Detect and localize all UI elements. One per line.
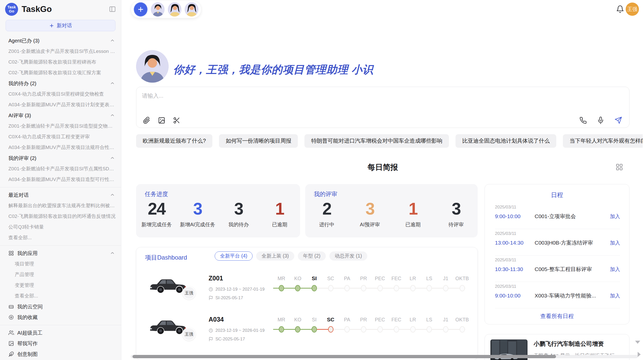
sidebar-collapse-icon[interactable] <box>109 6 116 13</box>
schedule-title: 日程 <box>485 191 629 199</box>
suggestion-chip[interactable]: 当下年轻人对汽车外观有怎样的喜好趋势 <box>563 134 643 148</box>
add-agent-button[interactable] <box>134 2 148 17</box>
daily-briefing-title: 每日简报 <box>136 162 630 173</box>
sidebar-item-creative-draw[interactable]: 创意制图 <box>0 349 121 359</box>
tab-new-body[interactable]: 全新上装 (3) <box>256 251 294 261</box>
list-item[interactable]: Z001-全新燃油轻卡产品开发项目SI造型提交物评审 <box>0 121 121 131</box>
project-milestone-date: SC-2025-05-17 <box>209 337 245 342</box>
microphone-icon[interactable] <box>597 117 604 124</box>
section-my-review[interactable]: 我的评审 (2) <box>0 153 121 163</box>
event-date: 2025/03/11 <box>495 284 516 289</box>
event-time: 9:00-10:00 <box>495 293 535 299</box>
project-row[interactable]: 王强 Z001 2023-12-19 ~ 2027-01-19 SI-2025-… <box>136 274 478 315</box>
dashboard-title: 项目Dashboard <box>145 253 187 262</box>
tab-model-year[interactable]: 年型 (2) <box>298 251 326 261</box>
scroll-down-arrow[interactable] <box>635 341 640 344</box>
tab-new-platform[interactable]: 全新平台 (4) <box>215 251 253 261</box>
list-item[interactable]: C0X4-动力总成开发项目SI里程碑提交物检查 <box>0 89 121 99</box>
plus-icon <box>137 6 144 13</box>
join-link[interactable]: 加入 <box>610 292 620 299</box>
schedule-event: 2025/03/11 9:00-10:00 X003-车辆动力学性能验... 加… <box>495 282 620 308</box>
section-ai-review[interactable]: AI评审 (3) <box>0 110 121 121</box>
sidebar-header: Task Go TaskGo <box>0 0 121 18</box>
list-item[interactable]: A034-全新新能源MUV产品开发项目法规符合性评审 <box>0 142 121 153</box>
list-item[interactable]: A034-全新新能源MUV产品开发项目造型可行性评审 <box>0 174 121 185</box>
sidebar-item-ai-employee[interactable]: AI超级员工 <box>0 327 121 338</box>
send-icon[interactable] <box>614 116 622 124</box>
event-title: X003-车辆动力学性能验... <box>535 292 610 299</box>
view-all-chats[interactable]: 查看全部... <box>0 232 121 243</box>
recent-chat-item[interactable]: 解释最新出台的欧盟报废车法规再生塑料比例被调至15%... <box>0 200 121 211</box>
news-title: 小鹏飞行汽车制造公司增资 <box>534 340 623 348</box>
briefing-layout-icon[interactable] <box>616 163 623 171</box>
list-item[interactable]: C02-飞腾新能源轻客改款项目立项汇报方案 <box>0 67 121 78</box>
clock-icon <box>209 287 213 292</box>
recent-chat-item[interactable]: 公司Q3轻卡销量 <box>0 222 121 232</box>
list-item[interactable]: C0X4-动力总成开发项目工程变更评审 <box>0 131 121 142</box>
new-chat-label: 新对话 <box>57 22 72 29</box>
app-item[interactable]: 产品管理 <box>0 269 121 280</box>
suggestion-chip[interactable]: 欧洲新规最近颁布了什么? <box>136 134 212 148</box>
event-time: 10:30-11:30 <box>495 266 535 272</box>
suggestion-chip[interactable]: 如何写一份清晰的项目周报 <box>219 134 298 148</box>
horizontal-scrollbar-thumb[interactable] <box>133 355 556 358</box>
users-icon <box>8 330 14 336</box>
main-area: 王强 你好，王强，我是你的项目管理助理 小识 欧洲新规最近颁布了什么? 如何写一… <box>121 0 644 360</box>
event-date: 2025/03/11 <box>495 205 516 210</box>
list-item[interactable]: C02-飞腾新能源轻客改款项目里程碑画布 <box>0 57 121 67</box>
list-item[interactable]: A034-全新新能源MUV产品开发项目计划变更表编写 <box>0 99 121 110</box>
avatar[interactable] <box>151 2 165 17</box>
chat-input[interactable] <box>142 92 549 109</box>
view-all-apps[interactable]: 查看全部... <box>0 291 121 301</box>
sidebar: Task Go TaskGo 新对话 Agent已办 (3) Z001-全新燃油… <box>0 0 121 360</box>
attachment-icon[interactable] <box>143 117 150 124</box>
sidebar-item-cloud-space[interactable]: 我的云空间 <box>0 301 121 312</box>
divider <box>0 245 121 246</box>
section-my-todo[interactable]: 我的待办 (2) <box>0 78 121 89</box>
notification-bell-icon[interactable] <box>616 5 624 13</box>
task-progress-card: 任务进度 24 新增完成任务 3 新增AI完成任务 3 我的待办 1 已逾期 <box>136 184 300 237</box>
list-item[interactable]: Z001-全新燃油轻卡产品开发项目SI节点属性5D文件评审 <box>0 163 121 174</box>
app-item[interactable]: 变更管理 <box>0 280 121 291</box>
project-vehicle-image <box>149 274 188 295</box>
project-dashboard-card: 项目Dashboard 全新平台 (4) 全新上装 (3) 年型 (2) 动总开… <box>136 247 478 360</box>
view-all-schedule-link[interactable]: 查看所有日程 <box>485 312 629 320</box>
stat: 3 AI预评审 <box>348 199 392 228</box>
screenshot-scissors-icon[interactable] <box>173 117 180 124</box>
join-link[interactable]: 加入 <box>610 266 620 273</box>
event-time: 13:00-14:30 <box>495 240 535 246</box>
join-link[interactable]: 加入 <box>610 213 620 220</box>
image-icon <box>8 341 14 346</box>
join-link[interactable]: 加入 <box>610 239 620 246</box>
chevron-up-icon <box>110 192 115 198</box>
sidebar-item-favorites[interactable]: 我的收藏 <box>0 312 121 323</box>
assistant-avatar <box>136 50 169 83</box>
scroll-right-arrow[interactable] <box>638 352 641 357</box>
list-item[interactable]: Z001-全新燃油皮卡产品开发项目SI节点Lesson Learn报告 <box>0 46 121 57</box>
logo-text-top: Task <box>7 5 16 9</box>
recent-chat-item[interactable]: C02-飞腾新能源轻客改款项目的闭环通告反馈情况 <box>0 211 121 222</box>
section-recent-chats[interactable]: 最近对话 <box>0 190 121 200</box>
tab-powertrain[interactable]: 动总开发 (1) <box>329 251 367 261</box>
suggestion-chip[interactable]: 特朗普可能对进口汽车增税会对中国车企造成哪些影响 <box>304 134 449 148</box>
project-milestone-date: SI-2025-05-17 <box>209 295 243 301</box>
app-item[interactable]: 项目管理 <box>0 259 121 269</box>
sidebar-item-help-write[interactable]: 帮我写作 <box>0 338 121 349</box>
project-code: Z001 <box>209 275 223 282</box>
milestone-timeline: MRKOSISCPAPRPECFECLRLSJ1OKTB <box>273 275 471 292</box>
sidebar-item-my-apps[interactable]: 我的应用 <box>0 248 121 259</box>
image-upload-icon[interactable] <box>158 117 165 124</box>
avatar[interactable] <box>185 2 198 17</box>
chevron-up-icon <box>110 113 115 118</box>
project-row[interactable]: 王强 A034 2023-12-19 ~ 2026-01-19 SC-2025-… <box>136 315 478 356</box>
user-avatar[interactable]: 王强 <box>626 3 639 16</box>
section-agent-done[interactable]: Agent已办 (3) <box>0 35 121 46</box>
avatar[interactable] <box>168 2 182 17</box>
stat: 1 已逾期 <box>259 199 300 228</box>
new-chat-button[interactable]: 新对话 <box>6 20 115 31</box>
voice-call-icon[interactable] <box>579 117 587 124</box>
greeting-text: 你好，王强，我是你的项目管理助理 小识 <box>173 63 373 77</box>
stat: 3 待评审 <box>435 199 478 228</box>
agent-switcher <box>131 1 201 18</box>
suggestion-chip[interactable]: 比亚迪全固态电池计划具体说了什么 <box>456 134 556 148</box>
